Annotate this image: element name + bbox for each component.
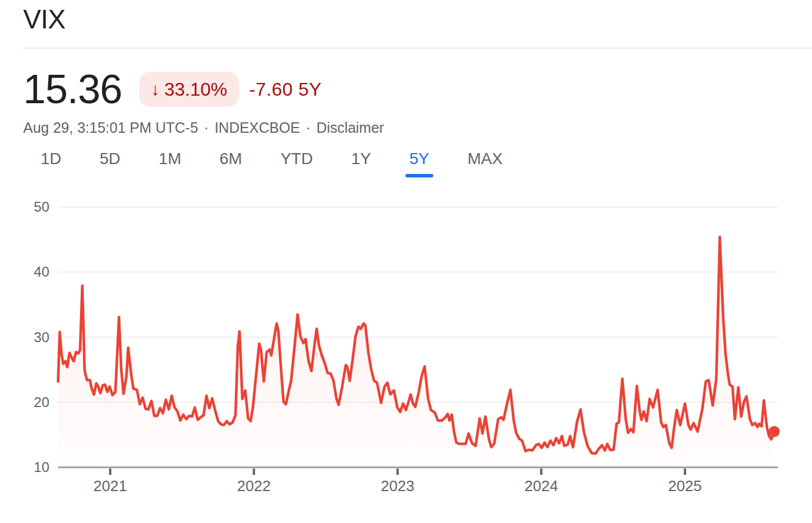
price-chart-svg: [0, 0, 812, 523]
y-axis-label: 20: [17, 394, 49, 411]
x-axis-label: 2021: [84, 477, 136, 495]
y-axis-label: 30: [17, 329, 49, 346]
y-axis-label: 10: [17, 459, 49, 476]
x-axis-label: 2022: [228, 477, 280, 495]
y-axis-label: 40: [17, 263, 49, 281]
price-chart[interactable]: 102030405020212022202320242025: [0, 0, 812, 523]
y-axis-label: 50: [17, 198, 49, 216]
last-price-dot: [768, 426, 780, 437]
x-axis-label: 2023: [372, 477, 424, 495]
x-axis-label: 2024: [515, 477, 567, 495]
google-finance-quote-page: VIX 15.36 ↓ 33.10% -7.60 5Y Aug 29, 3:15…: [0, 0, 812, 523]
x-axis-label: 2025: [659, 477, 711, 495]
